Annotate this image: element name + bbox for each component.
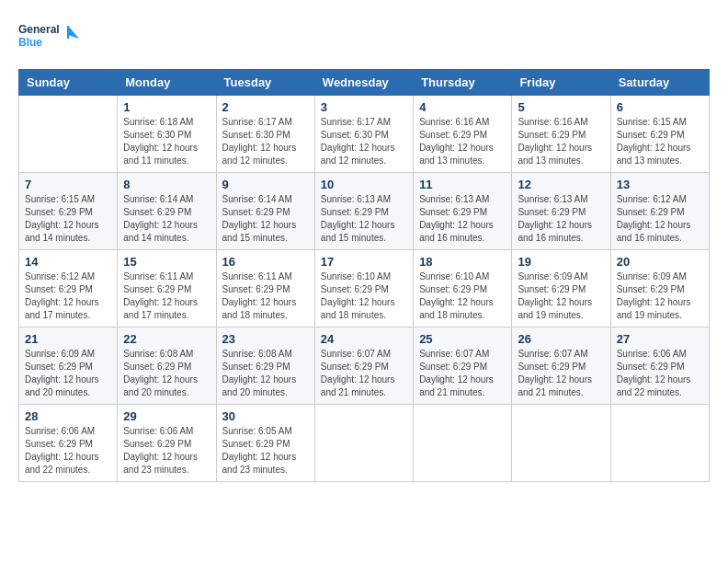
day-number: 8: [123, 178, 210, 191]
calendar-cell: 2Sunrise: 6:17 AM Sunset: 6:30 PM Daylig…: [216, 96, 314, 173]
calendar-cell: 8Sunrise: 6:14 AM Sunset: 6:29 PM Daylig…: [118, 173, 216, 250]
day-number: 9: [222, 178, 309, 191]
day-number: 28: [25, 409, 111, 423]
calendar-cell: [512, 405, 610, 482]
day-number: 22: [123, 332, 210, 346]
weekday-header: Wednesday: [314, 70, 413, 96]
day-info: Sunrise: 6:10 AM Sunset: 6:29 PM Dayligh…: [419, 270, 506, 322]
day-info: Sunrise: 6:06 AM Sunset: 6:29 PM Dayligh…: [25, 425, 111, 477]
calendar-cell: 14Sunrise: 6:12 AM Sunset: 6:29 PM Dayli…: [19, 250, 118, 327]
calendar-week-row: 21Sunrise: 6:09 AM Sunset: 6:29 PM Dayli…: [19, 327, 710, 405]
calendar-cell: 30Sunrise: 6:05 AM Sunset: 6:29 PM Dayli…: [216, 405, 314, 482]
day-number: 25: [419, 332, 506, 346]
day-info: Sunrise: 6:14 AM Sunset: 6:29 PM Dayligh…: [123, 193, 210, 245]
day-info: Sunrise: 6:05 AM Sunset: 6:29 PM Dayligh…: [222, 425, 309, 477]
day-number: 17: [321, 255, 407, 269]
calendar-cell: 21Sunrise: 6:09 AM Sunset: 6:29 PM Dayli…: [19, 327, 118, 405]
day-number: 13: [617, 178, 703, 191]
day-info: Sunrise: 6:15 AM Sunset: 6:29 PM Dayligh…: [25, 193, 111, 245]
day-number: 5: [518, 100, 604, 114]
calendar-cell: 28Sunrise: 6:06 AM Sunset: 6:29 PM Dayli…: [19, 405, 118, 482]
day-number: 4: [419, 100, 506, 114]
day-number: 3: [321, 100, 407, 114]
day-info: Sunrise: 6:14 AM Sunset: 6:29 PM Dayligh…: [222, 193, 309, 245]
calendar-cell: 7Sunrise: 6:15 AM Sunset: 6:29 PM Daylig…: [19, 173, 118, 250]
calendar-cell: 23Sunrise: 6:08 AM Sunset: 6:29 PM Dayli…: [216, 327, 314, 405]
day-number: 6: [617, 100, 703, 114]
weekday-header-row: SundayMondayTuesdayWednesdayThursdayFrid…: [19, 70, 710, 96]
day-info: Sunrise: 6:09 AM Sunset: 6:29 PM Dayligh…: [25, 348, 111, 399]
calendar-table: SundayMondayTuesdayWednesdayThursdayFrid…: [18, 69, 710, 482]
svg-marker-2: [68, 26, 79, 39]
day-info: Sunrise: 6:17 AM Sunset: 6:30 PM Dayligh…: [222, 116, 309, 167]
calendar-cell: 13Sunrise: 6:12 AM Sunset: 6:29 PM Dayli…: [610, 173, 709, 250]
day-number: 21: [25, 332, 111, 346]
day-number: 7: [25, 178, 111, 191]
day-info: Sunrise: 6:08 AM Sunset: 6:29 PM Dayligh…: [222, 348, 309, 399]
weekday-header: Sunday: [19, 70, 118, 96]
day-info: Sunrise: 6:13 AM Sunset: 6:29 PM Dayligh…: [321, 193, 407, 245]
day-info: Sunrise: 6:12 AM Sunset: 6:29 PM Dayligh…: [617, 193, 703, 245]
calendar-cell: 29Sunrise: 6:06 AM Sunset: 6:29 PM Dayli…: [118, 405, 216, 482]
calendar-cell: 12Sunrise: 6:13 AM Sunset: 6:29 PM Dayli…: [512, 173, 610, 250]
calendar-cell: 26Sunrise: 6:07 AM Sunset: 6:29 PM Dayli…: [512, 327, 610, 405]
day-info: Sunrise: 6:06 AM Sunset: 6:29 PM Dayligh…: [617, 348, 703, 399]
day-info: Sunrise: 6:16 AM Sunset: 6:29 PM Dayligh…: [419, 116, 506, 167]
weekday-header: Thursday: [414, 70, 512, 96]
calendar-cell: [610, 405, 709, 482]
calendar-cell: 20Sunrise: 6:09 AM Sunset: 6:29 PM Dayli…: [610, 250, 709, 327]
day-info: Sunrise: 6:08 AM Sunset: 6:29 PM Dayligh…: [123, 348, 210, 399]
calendar-cell: [414, 405, 512, 482]
day-info: Sunrise: 6:11 AM Sunset: 6:29 PM Dayligh…: [222, 270, 309, 322]
calendar-cell: 11Sunrise: 6:13 AM Sunset: 6:29 PM Dayli…: [414, 173, 512, 250]
day-number: 26: [518, 332, 604, 346]
day-number: 16: [222, 255, 309, 269]
calendar-cell: 3Sunrise: 6:17 AM Sunset: 6:30 PM Daylig…: [314, 96, 413, 173]
calendar-cell: 10Sunrise: 6:13 AM Sunset: 6:29 PM Dayli…: [314, 173, 413, 250]
calendar-cell: 9Sunrise: 6:14 AM Sunset: 6:29 PM Daylig…: [216, 173, 314, 250]
page-header: General Blue: [18, 18, 710, 60]
day-number: 23: [222, 332, 309, 346]
calendar-cell: 22Sunrise: 6:08 AM Sunset: 6:29 PM Dayli…: [118, 327, 216, 405]
day-number: 18: [419, 255, 506, 269]
calendar-cell: 1Sunrise: 6:18 AM Sunset: 6:30 PM Daylig…: [118, 96, 216, 173]
day-info: Sunrise: 6:10 AM Sunset: 6:29 PM Dayligh…: [321, 270, 407, 322]
calendar-week-row: 14Sunrise: 6:12 AM Sunset: 6:29 PM Dayli…: [19, 250, 710, 327]
day-info: Sunrise: 6:13 AM Sunset: 6:29 PM Dayligh…: [419, 193, 506, 245]
day-info: Sunrise: 6:16 AM Sunset: 6:29 PM Dayligh…: [518, 116, 604, 167]
day-number: 12: [518, 178, 604, 191]
calendar-week-row: 1Sunrise: 6:18 AM Sunset: 6:30 PM Daylig…: [19, 96, 710, 173]
day-number: 11: [419, 178, 506, 191]
calendar-cell: 17Sunrise: 6:10 AM Sunset: 6:29 PM Dayli…: [314, 250, 413, 327]
day-number: 27: [617, 332, 703, 346]
calendar-cell: 19Sunrise: 6:09 AM Sunset: 6:29 PM Dayli…: [512, 250, 610, 327]
day-number: 10: [321, 178, 407, 191]
calendar-cell: 27Sunrise: 6:06 AM Sunset: 6:29 PM Dayli…: [610, 327, 709, 405]
day-info: Sunrise: 6:17 AM Sunset: 6:30 PM Dayligh…: [321, 116, 407, 167]
day-info: Sunrise: 6:13 AM Sunset: 6:29 PM Dayligh…: [518, 193, 604, 245]
day-info: Sunrise: 6:06 AM Sunset: 6:29 PM Dayligh…: [123, 425, 210, 477]
day-number: 15: [123, 255, 210, 269]
calendar-week-row: 7Sunrise: 6:15 AM Sunset: 6:29 PM Daylig…: [19, 173, 710, 250]
calendar-cell: 18Sunrise: 6:10 AM Sunset: 6:29 PM Dayli…: [414, 250, 512, 327]
day-info: Sunrise: 6:07 AM Sunset: 6:29 PM Dayligh…: [419, 348, 506, 399]
calendar-cell: 4Sunrise: 6:16 AM Sunset: 6:29 PM Daylig…: [414, 96, 512, 173]
svg-text:Blue: Blue: [18, 36, 42, 49]
calendar-cell: 6Sunrise: 6:15 AM Sunset: 6:29 PM Daylig…: [610, 96, 709, 173]
calendar-cell: 16Sunrise: 6:11 AM Sunset: 6:29 PM Dayli…: [216, 250, 314, 327]
day-info: Sunrise: 6:09 AM Sunset: 6:29 PM Dayligh…: [617, 270, 703, 322]
calendar-cell: 5Sunrise: 6:16 AM Sunset: 6:29 PM Daylig…: [512, 96, 610, 173]
logo-svg: General Blue: [18, 18, 83, 60]
day-number: 24: [321, 332, 407, 346]
day-number: 20: [617, 255, 703, 269]
day-info: Sunrise: 6:09 AM Sunset: 6:29 PM Dayligh…: [518, 270, 604, 322]
weekday-header: Tuesday: [216, 70, 314, 96]
calendar-cell: 15Sunrise: 6:11 AM Sunset: 6:29 PM Dayli…: [118, 250, 216, 327]
weekday-header: Saturday: [610, 70, 709, 96]
svg-text:General: General: [18, 23, 60, 36]
day-info: Sunrise: 6:12 AM Sunset: 6:29 PM Dayligh…: [25, 270, 111, 322]
calendar-cell: 25Sunrise: 6:07 AM Sunset: 6:29 PM Dayli…: [414, 327, 512, 405]
day-info: Sunrise: 6:18 AM Sunset: 6:30 PM Dayligh…: [123, 116, 210, 167]
day-number: 1: [123, 100, 210, 114]
day-number: 2: [222, 100, 309, 114]
